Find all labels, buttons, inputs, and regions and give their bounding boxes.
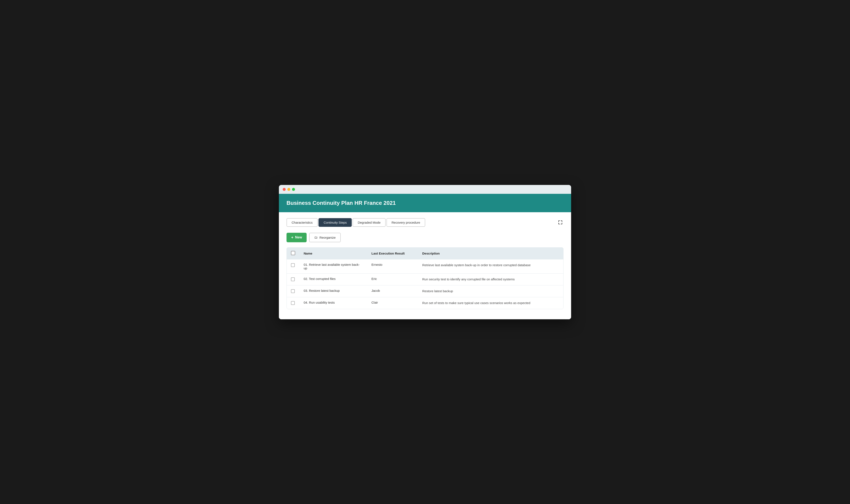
row-last-execution: Jacob (367, 285, 418, 297)
new-button-label: New (295, 235, 302, 239)
table-header-row: Name Last Execution Result Description (287, 248, 563, 259)
maximize-button[interactable] (292, 188, 295, 191)
row-description: Retrieve last available system back-up i… (418, 259, 563, 273)
table-row[interactable]: 01. Retrieve last available system back-… (287, 259, 563, 273)
header-description: Description (418, 248, 563, 259)
row-description: Restore latest backup (418, 285, 563, 297)
reorganize-button[interactable]: 🗂 Reorganize (309, 233, 341, 242)
close-button[interactable] (283, 188, 286, 191)
table-row[interactable]: 04. Run usability testsClairRun set of t… (287, 297, 563, 309)
row-last-execution: Eric (367, 273, 418, 285)
tab-degraded-mode[interactable]: Degraded Mode (352, 218, 386, 227)
row-checkbox-cell (287, 297, 299, 309)
row-name: 03. Restore latest backup (299, 285, 367, 297)
new-button[interactable]: + New (287, 233, 307, 242)
tabs-row: Characteristics Continuity Steps Degrade… (287, 218, 563, 227)
main-content: Characteristics Continuity Steps Degrade… (279, 212, 571, 319)
tab-continuity-steps[interactable]: Continuity Steps (318, 218, 352, 227)
page-title: Business Continuity Plan HR France 2021 (287, 200, 563, 206)
row-name: 01. Retrieve last available system back-… (299, 259, 367, 273)
folder-icon: 🗂 (314, 235, 318, 239)
row-checkbox[interactable] (291, 263, 295, 267)
row-checkbox[interactable] (291, 289, 295, 293)
minimize-button[interactable] (288, 188, 290, 191)
row-checkbox-cell (287, 285, 299, 297)
row-checkbox-cell (287, 273, 299, 285)
content-area: Business Continuity Plan HR France 2021 … (279, 194, 571, 319)
row-checkbox[interactable] (291, 277, 295, 281)
table-row[interactable]: 03. Restore latest backupJacobRestore la… (287, 285, 563, 297)
row-checkbox[interactable] (291, 301, 295, 305)
title-bar (279, 185, 571, 194)
plus-icon: + (291, 235, 294, 240)
row-last-execution: Ernesto (367, 259, 418, 273)
header-checkbox-cell (287, 248, 299, 259)
tab-recovery-procedure[interactable]: Recovery procedure (386, 218, 425, 227)
app-window: Business Continuity Plan HR France 2021 … (279, 185, 571, 319)
reorganize-button-label: Reorganize (319, 236, 336, 239)
page-header: Business Continuity Plan HR France 2021 (279, 194, 571, 212)
actions-row: + New 🗂 Reorganize (287, 233, 563, 242)
row-last-execution: Clair (367, 297, 418, 309)
row-description: Run set of tests to make sure typical us… (418, 297, 563, 309)
table-row[interactable]: 02. Test corrupted filesEricRun security… (287, 273, 563, 285)
expand-icon[interactable] (557, 219, 563, 226)
data-table: Name Last Execution Result Description 0… (287, 247, 563, 309)
row-name: 02. Test corrupted files (299, 273, 367, 285)
header-name: Name (299, 248, 367, 259)
select-all-checkbox[interactable] (291, 251, 295, 255)
row-name: 04. Run usability tests (299, 297, 367, 309)
row-description: Run security test to identify any corrup… (418, 273, 563, 285)
header-last-execution: Last Execution Result (367, 248, 418, 259)
tab-characteristics[interactable]: Characteristics (287, 218, 318, 227)
row-checkbox-cell (287, 259, 299, 273)
